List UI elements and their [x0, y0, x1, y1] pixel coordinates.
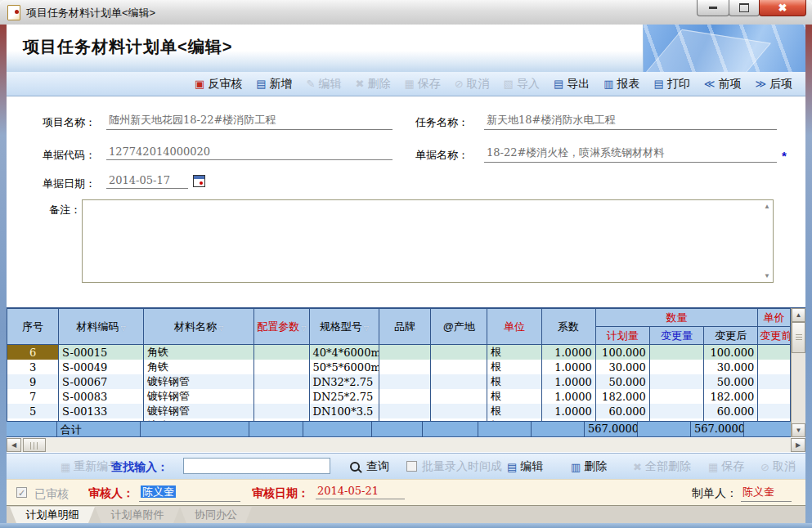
auditor-field[interactable]: 陈义奎: [139, 485, 240, 502]
app-icon: [7, 5, 20, 20]
save-button[interactable]: ▦保存: [404, 77, 440, 92]
export-icon: ▤: [554, 78, 563, 90]
col-header-plan[interactable]: 计划量: [595, 327, 649, 345]
col-header-code[interactable]: 材料编码▽: [59, 309, 144, 345]
search-input[interactable]: [183, 458, 330, 474]
export-button[interactable]: ▤导出: [554, 77, 590, 92]
total-plan-qty: 567.0000: [585, 422, 638, 436]
scroll-left-button[interactable]: ◀: [7, 438, 21, 452]
col-group-price: 单价: [758, 309, 791, 327]
reverse-audit-icon: ▣: [195, 78, 204, 90]
delete-icon: ✖: [355, 78, 364, 90]
doc-date-field[interactable]: 2014-05-17: [106, 174, 188, 189]
maximize-button[interactable]: [729, 0, 760, 16]
add-button[interactable]: ▤新增: [256, 77, 292, 92]
close-button[interactable]: ✖: [759, 0, 806, 16]
audit-date-label: 审核日期：: [252, 486, 309, 501]
row-cancel-icon: ⊘: [760, 461, 769, 473]
audit-strip: ✓ 已审核 审核人： 陈义奎 审核日期： 2014-05-21 制单人： 陈义奎: [7, 479, 805, 506]
minimize-icon: [709, 7, 717, 9]
audit-date-field[interactable]: 2014-05-21: [316, 485, 405, 499]
tab-collaboration[interactable]: 协同办公: [180, 507, 252, 523]
col-header-before[interactable]: 变更前(: [758, 327, 791, 345]
edit-button[interactable]: ✎编辑: [307, 77, 342, 92]
prev-item-button[interactable]: ≪前项: [704, 77, 742, 92]
import-button[interactable]: ▧导入: [504, 77, 540, 92]
col-header-change[interactable]: 变更量: [649, 327, 703, 345]
delete-button[interactable]: ✖删除: [355, 77, 390, 92]
row-delete-icon: ▥: [571, 461, 581, 473]
search-icon: [350, 462, 360, 472]
required-mark: *: [782, 149, 787, 163]
scroll-right-button[interactable]: ▶: [791, 438, 805, 452]
col-header-origin[interactable]: @产地: [431, 309, 487, 345]
col-header-unit[interactable]: 单位: [487, 309, 541, 345]
col-header-factor[interactable]: 系数: [541, 309, 595, 345]
col-header-name[interactable]: 材料名称▽: [143, 309, 253, 345]
row-edit-icon: ▤: [507, 461, 517, 473]
doc-name-label: 单据名称：: [415, 148, 469, 163]
task-name-label: 任务名称：: [415, 115, 469, 130]
col-header-config[interactable]: 配置参数▽: [254, 309, 309, 345]
row-cancel-button[interactable]: ⊘取消: [760, 459, 796, 474]
project-name-label: 项目名称：: [43, 115, 96, 130]
total-after-qty: 567.0000: [691, 422, 744, 436]
batch-entry-label: 批量录入时间成: [422, 459, 502, 474]
reverse-audit-button[interactable]: ▣反审核: [195, 77, 242, 92]
cancel-button[interactable]: ⊘取消: [455, 77, 490, 92]
horizontal-scroll-thumb[interactable]: [23, 438, 46, 452]
delete-all-button[interactable]: ✖全部删除: [633, 459, 691, 474]
sort-icon: ▽: [301, 324, 306, 332]
window-border-bottom: [0, 523, 812, 528]
maker-field[interactable]: 陈义奎: [741, 485, 792, 502]
remarks-label: 备注：: [49, 203, 81, 217]
col-header-seq[interactable]: 序号: [7, 309, 59, 345]
audited-checkbox[interactable]: ✓: [16, 487, 27, 498]
row-save-button[interactable]: ▦保存: [708, 459, 744, 474]
search-button[interactable]: 查询: [350, 459, 389, 474]
project-name-field[interactable]: 随州新天地花园18-22#楼消防工程: [106, 113, 393, 130]
report-icon: ▥: [603, 78, 613, 90]
remarks-scroll-up-icon[interactable]: ▲: [764, 203, 770, 210]
doc-date-label: 单据日期：: [43, 177, 96, 191]
minimize-button[interactable]: [697, 0, 729, 16]
table-row[interactable]: 6S-00015角铁40*4*6000mm根1.0000100.000100.0…: [7, 345, 791, 360]
window-title: 项目任务材料计划单<编辑>: [26, 6, 155, 20]
table-row[interactable]: 5S-00133镀锌钢管DN100*3.5根1.000060.00060.000: [7, 404, 791, 418]
task-name-field[interactable]: 新天地18#楼消防水电工程: [484, 113, 777, 130]
remarks-box: ▲ ▼: [82, 199, 774, 283]
doc-name-field[interactable]: 18-22#楼消火栓，喷淋系统钢材材料: [484, 145, 777, 163]
row-delete-button[interactable]: ▥删除: [571, 459, 607, 474]
col-header-brand[interactable]: 品牌: [379, 309, 431, 345]
table-vertical-scrollbar[interactable]: ▲ ▼: [791, 308, 805, 437]
col-header-spec[interactable]: 规格型号▽: [309, 309, 379, 345]
doc-code-label: 单据代码：: [43, 148, 96, 163]
col-group-quantity: 数量: [595, 309, 758, 327]
remarks-scroll-down-icon[interactable]: ▼: [764, 272, 770, 280]
col-header-after[interactable]: 变更后: [704, 327, 758, 345]
tab-plan-attachment[interactable]: 计划单附件: [95, 507, 180, 523]
doc-code-field[interactable]: 127742014000020: [106, 145, 393, 160]
prev-icon: ≪: [704, 78, 716, 90]
table-row[interactable]: 3S-00049角铁50*5*6000mm根1.000030.00030.000: [7, 360, 791, 374]
row-edit-button[interactable]: ▤编辑: [507, 459, 543, 474]
remarks-input[interactable]: [83, 200, 773, 282]
print-button[interactable]: ▤打印: [653, 77, 689, 92]
maximize-icon: [739, 3, 749, 12]
table-row[interactable]: 7S-00083镀锌钢管DN25*2.75根1.0000182.000182.0…: [7, 389, 791, 404]
next-item-button[interactable]: ≫后项: [755, 77, 792, 92]
table-row[interactable]: 9S-00067镀锌钢管DN32*2.75根1.000050.00050.000: [7, 374, 791, 389]
scroll-down-button[interactable]: ▼: [792, 423, 805, 437]
report-button[interactable]: ▥报表: [603, 77, 639, 92]
batch-entry-checkbox[interactable]: [406, 461, 417, 472]
vertical-scroll-thumb[interactable]: [792, 322, 805, 353]
table-horizontal-scrollbar[interactable]: ◀ ▶: [7, 438, 805, 452]
bottom-tabs: 计划单明细 计划单附件 协同办公: [7, 505, 805, 524]
print-icon: ▤: [653, 78, 663, 90]
row-save-icon: ▦: [708, 461, 718, 473]
tab-plan-detail[interactable]: 计划单明细: [10, 507, 95, 523]
renumber-icon: ▦: [61, 461, 70, 473]
sort-icon: ▽: [364, 324, 369, 332]
calendar-icon[interactable]: [193, 175, 205, 187]
scroll-up-button[interactable]: ▲: [792, 308, 805, 322]
